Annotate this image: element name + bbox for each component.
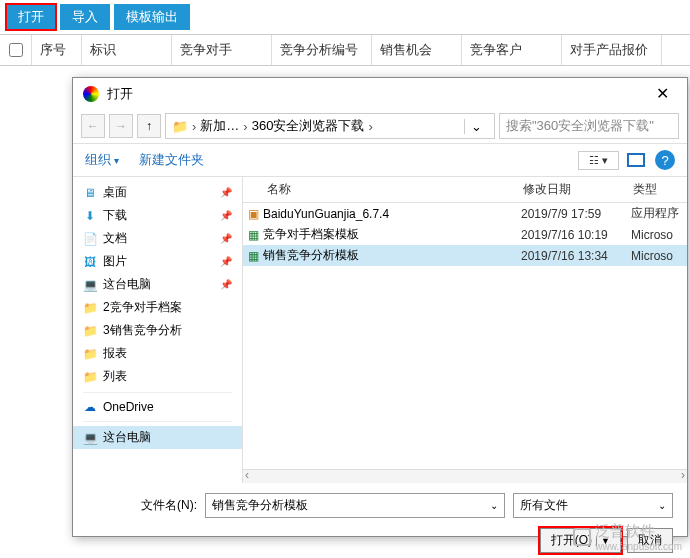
folder-icon: 📁 [172,119,188,134]
sidebar-item-label: OneDrive [103,400,154,414]
refresh-dropdown-icon[interactable]: ⌄ [464,119,488,134]
sidebar-item-label: 报表 [103,345,127,362]
new-folder-button[interactable]: 新建文件夹 [139,151,204,169]
file-type: Microso [631,228,673,242]
file-icon: ▦ [243,249,263,263]
col-type[interactable]: 类型 [633,181,687,198]
sidebar-item[interactable]: 📄文档📌 [73,227,242,250]
pin-icon: 📌 [220,187,232,198]
sidebar-item[interactable]: 📁报表 [73,342,242,365]
dialog-toolbar: 组织 新建文件夹 ☷ ▾ ? [73,144,687,177]
ico-doc-icon: 📄 [83,232,97,246]
file-type: Microso [631,249,673,263]
open-file-button[interactable]: 打开(O)▼ [540,528,621,553]
col-customer: 竞争客户 [462,35,562,65]
file-date: 2019/7/16 13:34 [521,249,631,263]
view-mode-button[interactable]: ☷ ▾ [578,151,619,170]
dialog-navbar: ← → ↑ 📁 › 新加… › 360安全浏览器下载 › ⌄ 搜索"360安全浏… [73,109,687,144]
sidebar-item-label: 2竞争对手档案 [103,299,182,316]
cloud-icon: ☁ [83,400,97,414]
breadcrumb-seg2[interactable]: 360安全浏览器下载 [252,117,365,135]
search-input[interactable]: 搜索"360安全浏览器下载" [499,113,679,139]
sidebar-item-label: 图片 [103,253,127,270]
nav-up-button[interactable]: ↑ [137,114,161,138]
chevron-down-icon[interactable]: ⌄ [658,500,666,511]
pin-icon: 📌 [220,256,232,267]
pin-icon: 📌 [220,210,232,221]
filename-label: 文件名(N): [87,497,197,514]
sidebar-item-label: 3销售竞争分析 [103,322,182,339]
breadcrumb[interactable]: 📁 › 新加… › 360安全浏览器下载 › ⌄ [165,113,495,139]
file-type: 应用程序 [631,205,679,222]
file-open-dialog: 打开 ✕ ← → ↑ 📁 › 新加… › 360安全浏览器下载 › ⌄ 搜索"3… [72,77,688,537]
ico-folder-icon: 📁 [83,324,97,338]
ico-dl-icon: ⬇ [83,209,97,223]
dialog-footer: 文件名(N): 销售竞争分析模板⌄ 所有文件⌄ 打开(O)▼ 取消 [73,483,687,558]
col-opportunity: 销售机会 [372,35,462,65]
ico-folder-icon: 📁 [83,347,97,361]
ico-desktop-icon: 🖥 [83,186,97,200]
file-list-header: 名称 修改日期 类型 [243,177,687,203]
organize-menu[interactable]: 组织 [85,151,119,169]
open-button[interactable]: 打开 [6,4,56,30]
nav-back-button[interactable]: ← [81,114,105,138]
sidebar-item[interactable]: 📁2竞争对手档案 [73,296,242,319]
sidebar-item-label: 桌面 [103,184,127,201]
help-icon[interactable]: ? [655,150,675,170]
chevron-right-icon: › [243,119,247,134]
nav-forward-button[interactable]: → [109,114,133,138]
col-mark: 标识 [82,35,172,65]
sidebar-item[interactable]: 📁列表 [73,365,242,388]
file-icon: ▣ [243,207,263,221]
sidebar-item-label: 下载 [103,207,127,224]
sidebar-item-onedrive[interactable]: ☁OneDrive [73,397,242,417]
sidebar-item-label: 这台电脑 [103,276,151,293]
file-list: 名称 修改日期 类型 ▣BaiduYunGuanjia_6.7.42019/7/… [243,177,687,483]
sidebar-item[interactable]: ⬇下载📌 [73,204,242,227]
chevron-down-icon[interactable]: ▼ [596,536,610,546]
col-price: 对手产品报价 [562,35,662,65]
close-icon[interactable]: ✕ [648,84,677,103]
pin-icon: 📌 [220,279,232,290]
file-row[interactable]: ▦销售竞争分析模板2019/7/16 13:34Microso [243,245,687,266]
file-type-filter[interactable]: 所有文件⌄ [513,493,673,518]
filename-input[interactable]: 销售竞争分析模板⌄ [205,493,505,518]
col-competitor: 竞争对手 [172,35,272,65]
top-toolbar: 打开 导入 模板输出 [0,0,690,34]
chevron-right-icon: › [192,119,196,134]
import-button[interactable]: 导入 [60,4,110,30]
sidebar-item-label: 这台电脑 [103,429,151,446]
file-date: 2019/7/9 17:59 [521,207,631,221]
sidebar-item-label: 文档 [103,230,127,247]
col-date[interactable]: 修改日期 [523,181,633,198]
dialog-title: 打开 [107,85,648,103]
sidebar-item-this-pc[interactable]: 💻这台电脑 [73,426,242,449]
pin-icon: 📌 [220,233,232,244]
file-row[interactable]: ▣BaiduYunGuanjia_6.7.42019/7/9 17:59应用程序 [243,203,687,224]
sidebar-item-label: 列表 [103,368,127,385]
chevron-right-icon: › [368,119,372,134]
breadcrumb-seg1[interactable]: 新加… [200,117,239,135]
template-output-button[interactable]: 模板输出 [114,4,190,30]
file-name: 销售竞争分析模板 [263,247,521,264]
dialog-body: 🖥桌面📌⬇下载📌📄文档📌🖼图片📌💻这台电脑📌📁2竞争对手档案📁3销售竞争分析📁报… [73,177,687,483]
horizontal-scrollbar[interactable] [243,469,687,483]
file-date: 2019/7/16 10:19 [521,228,631,242]
file-icon: ▦ [243,228,263,242]
file-name: 竞争对手档案模板 [263,226,521,243]
app-logo-icon [83,86,99,102]
dialog-titlebar: 打开 ✕ [73,78,687,109]
table-header: 序号 标识 竞争对手 竞争分析编号 销售机会 竞争客户 对手产品报价 [0,34,690,66]
cancel-button[interactable]: 取消 [627,528,673,553]
sidebar-item[interactable]: 💻这台电脑📌 [73,273,242,296]
ico-folder-icon: 📁 [83,301,97,315]
sidebar-item[interactable]: 🖼图片📌 [73,250,242,273]
col-name[interactable]: 名称 [243,181,523,198]
sidebar-item[interactable]: 📁3销售竞争分析 [73,319,242,342]
sidebar-item[interactable]: 🖥桌面📌 [73,181,242,204]
select-all-checkbox[interactable] [9,43,23,57]
chevron-down-icon[interactable]: ⌄ [490,500,498,511]
preview-pane-button[interactable] [627,153,645,167]
file-row[interactable]: ▦竞争对手档案模板2019/7/16 10:19Microso [243,224,687,245]
file-name: BaiduYunGuanjia_6.7.4 [263,207,521,221]
